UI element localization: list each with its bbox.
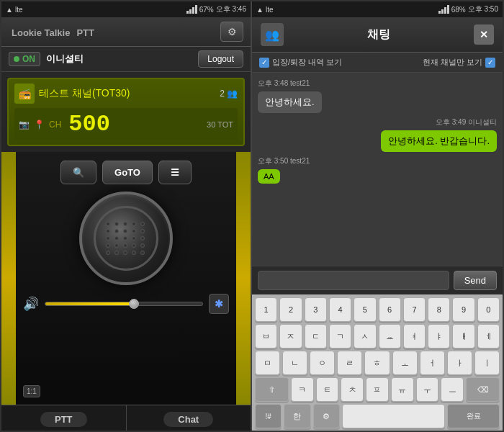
kb-key-e[interactable]: ㅔ bbox=[477, 324, 500, 348]
channel-users: 2 👥 bbox=[220, 89, 238, 99]
message-group-3: 오후 3:50 test21 AA bbox=[258, 156, 497, 184]
left-signal-icon bbox=[186, 5, 197, 14]
left-network-icon: ▲ bbox=[6, 6, 13, 14]
kb-delete-key[interactable]: ⌫ bbox=[466, 377, 500, 402]
volume-thumb bbox=[129, 299, 139, 309]
kb-lang-key[interactable]: 한 bbox=[284, 404, 310, 428]
on-badge: ON bbox=[9, 52, 40, 66]
kb-key-yeo[interactable]: ㅕ bbox=[403, 324, 426, 348]
kb-key-s[interactable]: ㅅ bbox=[354, 324, 376, 348]
volume-row: 🔊 ✱ bbox=[1, 288, 251, 320]
chat-close-button[interactable]: ✕ bbox=[474, 24, 494, 45]
kb-row-3: ㅁ ㄴ ㅇ ㄹ ㅎ ㅗ ㅓ ㅏ ㅣ bbox=[255, 351, 500, 375]
kb-row-5: !# 한 ⚙ 완료 bbox=[255, 404, 500, 428]
kb-key-u[interactable]: ㅜ bbox=[416, 377, 439, 402]
message-group-2: 오후 3:49 이니셜티 안녕하세요. 반갑습니다. bbox=[258, 117, 497, 152]
filter-1[interactable]: ✓ 입장/퇴장 내역 보기 bbox=[259, 57, 342, 68]
kb-key-j[interactable]: ㅈ bbox=[279, 324, 302, 348]
logout-button[interactable]: Logout bbox=[198, 50, 243, 68]
chat-input[interactable] bbox=[258, 271, 449, 290]
right-accent bbox=[236, 152, 251, 405]
message-group-1: 오후 3:48 test21 안녕하세요. bbox=[258, 78, 497, 113]
channel-icon: 📻 bbox=[14, 84, 35, 104]
on-indicator-dot bbox=[14, 56, 19, 62]
kb-key-g[interactable]: ㄱ bbox=[329, 324, 351, 348]
right-carrier: lte bbox=[266, 6, 274, 14]
kb-key-3[interactable]: 3 bbox=[305, 297, 327, 322]
kb-key-n[interactable]: ㄴ bbox=[282, 351, 307, 375]
settings-button[interactable]: ⚙ bbox=[220, 22, 243, 42]
chat-title: 채팅 bbox=[291, 27, 467, 42]
kb-key-8[interactable]: 8 bbox=[428, 297, 450, 322]
kb-key-2[interactable]: 2 bbox=[279, 297, 302, 322]
kb-key-ng[interactable]: ㅇ bbox=[310, 351, 335, 375]
kb-key-b[interactable]: ㅂ bbox=[255, 324, 277, 348]
kb-key-yu[interactable]: ㅠ bbox=[391, 377, 414, 402]
left-time: 오후 3:46 bbox=[216, 4, 246, 14]
left-accent bbox=[1, 152, 16, 405]
kb-key-h[interactable]: ㅎ bbox=[364, 351, 390, 375]
frequency-number: 500 bbox=[68, 111, 110, 138]
kb-done-key[interactable]: 완료 bbox=[447, 404, 500, 428]
msg-meta-2: 오후 3:49 이니셜티 bbox=[258, 117, 497, 127]
kb-symbol-key[interactable]: !# bbox=[255, 404, 282, 428]
ptt-tab[interactable]: PTT bbox=[1, 405, 127, 432]
filter-label-2: 현재 채널만 보기 bbox=[423, 57, 482, 68]
freq-icon: 📷 bbox=[19, 120, 30, 130]
kb-key-i[interactable]: ㅣ bbox=[474, 351, 500, 375]
msg-bubble-1: 안녕하세요. bbox=[258, 91, 322, 113]
left-carrier: lte bbox=[15, 6, 23, 14]
kb-shift-key[interactable]: ⇧ bbox=[255, 377, 289, 402]
left-status-bar: ▲ lte 67% 오후 3:46 bbox=[1, 1, 251, 17]
kb-key-r[interactable]: ㄹ bbox=[337, 351, 362, 375]
bottom-tabs: PTT Chat bbox=[1, 405, 251, 432]
kb-key-6[interactable]: 6 bbox=[379, 297, 401, 322]
volume-slider[interactable] bbox=[45, 302, 203, 306]
filter-2[interactable]: 현재 채널만 보기 ✓ bbox=[423, 57, 495, 68]
channel-user-label: 이니셜티 bbox=[46, 53, 84, 66]
kb-key-t[interactable]: ㅌ bbox=[316, 377, 339, 402]
kb-settings-key[interactable]: ⚙ bbox=[313, 404, 340, 428]
kb-key-1[interactable]: 1 bbox=[255, 297, 277, 322]
bluetooth-icon[interactable]: ✱ bbox=[209, 294, 229, 314]
kb-key-eo[interactable]: ㅓ bbox=[420, 351, 445, 375]
kb-key-ya[interactable]: ㅑ bbox=[428, 324, 450, 348]
kb-key-d[interactable]: ㄷ bbox=[305, 324, 327, 348]
chat-tab[interactable]: Chat bbox=[127, 405, 251, 432]
filter-label-1: 입장/퇴장 내역 보기 bbox=[272, 57, 342, 68]
chat-input-row: Send bbox=[252, 266, 503, 294]
kb-row-2: ㅂ ㅈ ㄷ ㄱ ㅅ ㅛ ㅕ ㅑ ㅐ ㅔ bbox=[255, 324, 500, 348]
kb-key-5[interactable]: 5 bbox=[354, 297, 376, 322]
channel-row: 📻 테스트 채널(TOT30) 2 👥 bbox=[14, 84, 238, 104]
mic-dots bbox=[106, 222, 146, 255]
frequency-row: 📷 📍 CH 500 30 TOT bbox=[14, 108, 238, 140]
on-indicator-row: ON 이니셜티 Logout bbox=[1, 47, 251, 72]
kb-key-7[interactable]: 7 bbox=[403, 297, 426, 322]
location-icon: 📍 bbox=[34, 120, 45, 130]
kb-key-k[interactable]: ㅋ bbox=[291, 377, 314, 402]
kb-key-a[interactable]: ㅏ bbox=[447, 351, 472, 375]
menu-button[interactable]: ☰ bbox=[158, 161, 192, 184]
kb-key-4[interactable]: 4 bbox=[329, 297, 351, 322]
kb-key-p[interactable]: ㅍ bbox=[366, 377, 389, 402]
kb-row-numbers: 1 2 3 4 5 6 7 8 9 0 bbox=[255, 297, 500, 322]
kb-key-0[interactable]: 0 bbox=[477, 297, 500, 322]
right-status-bar: ▲ lte 68% 오후 3:50 bbox=[252, 1, 503, 17]
kb-key-ae[interactable]: ㅐ bbox=[452, 324, 474, 348]
msg-meta-1: 오후 3:48 test21 bbox=[258, 78, 497, 89]
kb-space-key[interactable] bbox=[342, 404, 445, 428]
close-icon: ✕ bbox=[480, 29, 488, 40]
channel-display: 📻 테스트 채널(TOT30) 2 👥 📷 📍 CH 500 30 TOT bbox=[7, 78, 245, 146]
kb-key-eu[interactable]: ㅡ bbox=[441, 377, 464, 402]
send-button[interactable]: Send bbox=[454, 271, 497, 290]
microphone-button[interactable] bbox=[79, 192, 173, 285]
kb-key-o[interactable]: ㅗ bbox=[392, 351, 418, 375]
menu-icon: ☰ bbox=[171, 167, 179, 178]
kb-key-yo[interactable]: ㅛ bbox=[379, 324, 401, 348]
kb-key-ch[interactable]: ㅊ bbox=[341, 377, 364, 402]
goto-button[interactable]: GoTO bbox=[102, 161, 153, 184]
kb-key-m[interactable]: ㅁ bbox=[255, 351, 280, 375]
search-button[interactable]: 🔍 bbox=[60, 161, 96, 184]
keyboard: 1 2 3 4 5 6 7 8 9 0 ㅂ ㅈ ㄷ ㄱ ㅅ ㅛ ㅕ ㅑ ㅐ ㅔ … bbox=[252, 294, 503, 432]
kb-key-9[interactable]: 9 bbox=[452, 297, 474, 322]
